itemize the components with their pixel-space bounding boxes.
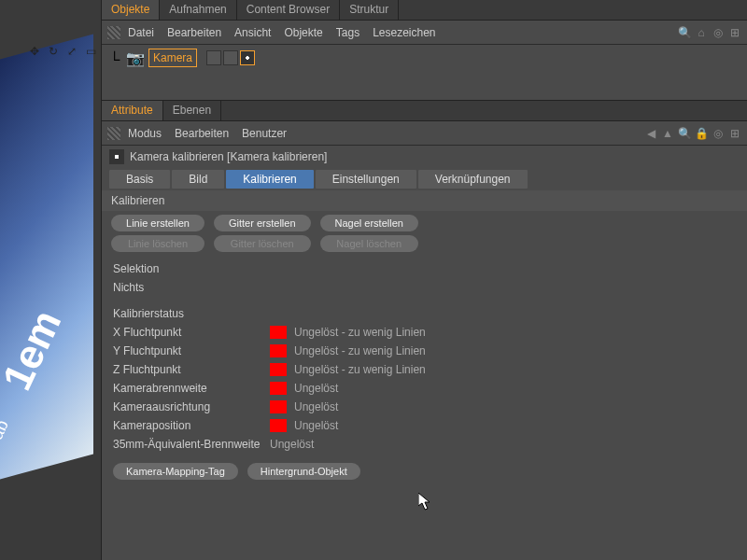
tag-slot-1[interactable]: [206, 50, 221, 65]
status-value: Ungelöst: [270, 400, 338, 413]
status-text: Ungelöst: [294, 400, 338, 413]
status-swatch: [270, 344, 287, 357]
tab-objekte[interactable]: Objekte: [102, 0, 160, 20]
status-swatch: [270, 382, 287, 395]
status-row: KamerapositionUngelöst: [113, 416, 736, 435]
subtab-einstellungen[interactable]: Einstellungen: [316, 170, 416, 189]
kalibrierstatus-label: Kalibrierstatus: [113, 307, 270, 320]
zoom-icon[interactable]: ⤢: [65, 45, 78, 58]
calibrate-tag-icon: [109, 149, 124, 164]
status-label: Kamerabrennweite: [113, 382, 270, 395]
tag-calibrate-selected[interactable]: [240, 50, 255, 65]
tag-title-row: Kamera kalibrieren [Kamera kalibrieren]: [102, 146, 747, 168]
status-label: X Fluchtpunkt: [113, 326, 270, 339]
expand-icon[interactable]: ⊞: [728, 26, 741, 39]
tab-attribute[interactable]: Attribute: [102, 101, 163, 120]
status-label: Z Fluchtpunkt: [113, 363, 270, 376]
hintergrund-objekt-button[interactable]: Hintergrund-Objekt: [247, 463, 360, 480]
status-swatch: [270, 400, 287, 413]
status-text: Ungelöst - zu wenig Linien: [294, 363, 426, 376]
menu-ansicht[interactable]: Ansicht: [234, 26, 271, 39]
menu-objekte[interactable]: Objekte: [284, 26, 322, 39]
status-row: KameraausrichtungUngelöst: [113, 398, 736, 416]
search-icon[interactable]: 🔍: [678, 127, 691, 140]
object-manager-tabs: Objekte Aufnahmen Content Browser Strukt…: [102, 0, 747, 21]
tab-content-browser[interactable]: Content Browser: [237, 0, 340, 20]
menu-benutzer[interactable]: Benutzer: [242, 127, 287, 140]
grid-icon[interactable]: [107, 127, 120, 140]
eye-icon[interactable]: ◎: [712, 26, 725, 39]
menu-modus[interactable]: Modus: [128, 127, 162, 140]
status-label: Kameraposition: [113, 419, 270, 432]
status-label: 35mm-Äquivalent-Brennweite: [113, 438, 270, 451]
nagel-erstellen-button[interactable]: Nagel erstellen: [320, 215, 418, 231]
status-label: Kameraausrichtung: [113, 400, 270, 413]
status-text: Ungelöst: [294, 382, 338, 395]
subtab-bild[interactable]: Bild: [172, 170, 224, 189]
target-icon[interactable]: ◎: [712, 127, 725, 140]
status-row: Y FluchtpunktUngelöst - zu wenig Linien: [113, 342, 736, 360]
arrow-up-icon[interactable]: ▲: [661, 127, 674, 140]
linie-erstellen-button[interactable]: Linie erstellen: [111, 215, 204, 231]
status-row: 35mm-Äquivalent-BrennweiteUngelöst: [113, 435, 736, 454]
tab-aufnahmen[interactable]: Aufnahmen: [160, 0, 236, 20]
selection-label: Selektion: [113, 262, 270, 275]
status-value: Ungelöst: [270, 419, 338, 432]
kamera-mapping-tag-button[interactable]: Kamera-Mapping-Tag: [113, 463, 238, 480]
viewport-tools: ✥ ↻ ⤢ ▭: [28, 45, 97, 58]
menu-tags[interactable]: Tags: [336, 26, 359, 39]
status-text: Ungelöst: [270, 438, 314, 451]
gitter-erstellen-button[interactable]: Gitter erstellen: [214, 215, 311, 231]
tab-ebenen[interactable]: Ebenen: [163, 101, 221, 120]
bottom-buttons: Kamera-Mapping-Tag Hintergrund-Objekt: [102, 457, 747, 485]
tab-struktur[interactable]: Struktur: [340, 0, 399, 20]
tag-slot-2[interactable]: [223, 50, 238, 65]
object-hierarchy: └ 📷 Kamera: [102, 45, 747, 101]
section-kalibrieren-header: Kalibrieren: [102, 190, 747, 211]
lock-icon[interactable]: 🔒: [695, 127, 708, 140]
hierarchy-icon: └: [109, 51, 122, 64]
rotate-icon[interactable]: ↻: [47, 45, 60, 58]
menu-datei[interactable]: Datei: [128, 26, 154, 39]
attribute-manager-menu: Modus Bearbeiten Benutzer ◀ ▲ 🔍 🔒 ◎ ⊞: [102, 121, 747, 146]
object-entry-kamera[interactable]: └ 📷 Kamera: [109, 49, 740, 67]
expand-icon[interactable]: ⊞: [728, 127, 741, 140]
object-tags: [206, 50, 255, 65]
status-label: Y Fluchtpunkt: [113, 344, 270, 357]
object-manager-menu: Datei Bearbeiten Ansicht Objekte Tags Le…: [102, 21, 747, 45]
tag-title: Kamera kalibrieren [Kamera kalibrieren]: [130, 150, 327, 163]
status-value: Ungelöst - zu wenig Linien: [270, 363, 426, 376]
status-value: Ungelöst - zu wenig Linien: [270, 344, 426, 357]
status-row: Z FluchtpunktUngelöst - zu wenig Linien: [113, 360, 736, 379]
status-value: Ungelöst: [270, 382, 338, 395]
menu-bearbeiten[interactable]: Bearbeiten: [175, 127, 229, 140]
status-row: X FluchtpunktUngelöst - zu wenig Linien: [113, 323, 736, 342]
status-swatch: [270, 326, 287, 339]
linie-loeschen-button: Linie löschen: [111, 235, 204, 252]
subtab-basis[interactable]: Basis: [109, 170, 170, 189]
grid-icon[interactable]: [107, 26, 120, 39]
status-value: Ungelöst - zu wenig Linien: [270, 326, 426, 339]
menu-bearbeiten[interactable]: Bearbeiten: [167, 26, 221, 39]
create-buttons-row: Linie erstellen Linie löschen Gitter ers…: [102, 211, 747, 256]
subtab-verknuepfungen[interactable]: Verknüpfungen: [418, 170, 528, 189]
arrow-left-icon[interactable]: ◀: [644, 127, 657, 140]
home-icon[interactable]: ⌂: [695, 26, 708, 39]
attribute-subtabs: Basis Bild Kalibrieren Einstellungen Ver…: [102, 168, 747, 190]
search-icon[interactable]: 🔍: [678, 26, 691, 39]
frame-icon[interactable]: ▭: [84, 45, 97, 58]
status-swatch: [270, 419, 287, 432]
right-panel: Objekte Aufnahmen Content Browser Strukt…: [101, 0, 747, 560]
object-label[interactable]: Kamera: [148, 49, 197, 67]
status-value: Ungelöst: [270, 438, 314, 451]
move-icon[interactable]: ✥: [28, 45, 41, 58]
status-swatch: [270, 363, 287, 376]
viewport-background: [0, 35, 93, 480]
menu-lesezeichen[interactable]: Lesezeichen: [373, 26, 435, 39]
selection-block: Selektion Nichts: [102, 256, 747, 301]
attribute-manager-tabs: Attribute Ebenen: [102, 101, 747, 121]
status-row: KamerabrennweiteUngelöst: [113, 379, 736, 398]
subtab-kalibrieren[interactable]: Kalibrieren: [226, 170, 313, 189]
status-text: Ungelöst - zu wenig Linien: [294, 344, 426, 357]
status-text: Ungelöst - zu wenig Linien: [294, 326, 426, 339]
